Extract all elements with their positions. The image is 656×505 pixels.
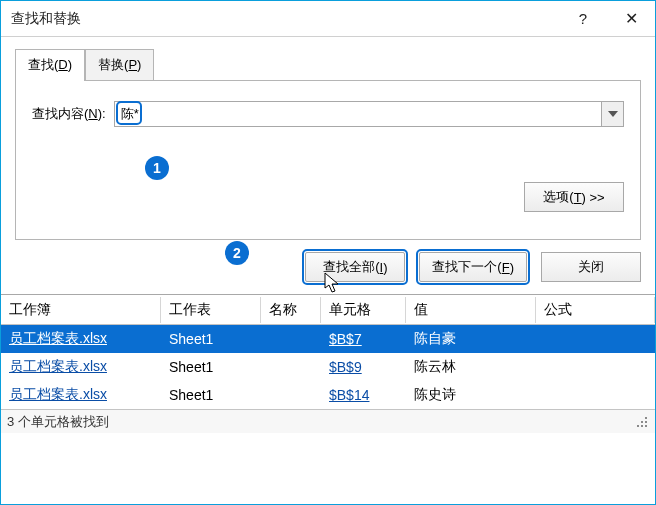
workbook-link[interactable]: 员工档案表.xlsx — [9, 330, 107, 346]
tab-find[interactable]: 查找(D) — [15, 49, 85, 81]
col-header-name[interactable]: 名称 — [261, 297, 321, 323]
cell-value: 陈史诗 — [406, 382, 536, 408]
cell-link[interactable]: $B$7 — [329, 331, 362, 347]
cell-link[interactable]: $B$9 — [329, 359, 362, 375]
workbook-link[interactable]: 员工档案表.xlsx — [9, 386, 107, 402]
svg-rect-4 — [641, 425, 643, 427]
cell-sheet: Sheet1 — [161, 327, 261, 351]
results-header-row: 工作簿 工作表 名称 单元格 值 公式 — [1, 295, 655, 325]
results-row[interactable]: 员工档案表.xlsxSheet1$B$14陈史诗 — [1, 381, 655, 409]
cell-workbook: 员工档案表.xlsx — [1, 382, 161, 408]
help-button[interactable]: ? — [559, 1, 607, 37]
close-window-button[interactable]: ✕ — [607, 1, 655, 37]
cell-name — [261, 391, 321, 399]
workbook-link[interactable]: 员工档案表.xlsx — [9, 358, 107, 374]
col-header-workbook[interactable]: 工作簿 — [1, 297, 161, 323]
status-bar: 3 个单元格被找到 — [1, 409, 655, 433]
tab-strip: 查找(D) 替换(P) — [15, 49, 641, 81]
results-row[interactable]: 员工档案表.xlsxSheet1$B$9陈云林 — [1, 353, 655, 381]
svg-rect-2 — [645, 421, 647, 423]
cell-formula — [536, 391, 655, 399]
cell-workbook: 员工档案表.xlsx — [1, 326, 161, 352]
svg-rect-1 — [641, 421, 643, 423]
search-input[interactable] — [114, 101, 624, 127]
results-body: 员工档案表.xlsxSheet1$B$7陈自豪员工档案表.xlsxSheet1$… — [1, 325, 655, 409]
cell-cell: $B$7 — [321, 327, 406, 351]
dialog-button-row: 2 查找全部(I) 查找下一个(F) 关闭 — [1, 240, 655, 294]
find-next-button[interactable]: 查找下一个(F) — [419, 252, 527, 282]
cell-cell: $B$14 — [321, 383, 406, 407]
chevron-down-icon — [608, 111, 618, 117]
cell-name — [261, 363, 321, 371]
status-text: 3 个单元格被找到 — [7, 413, 109, 431]
annotation-callout-1: 1 — [145, 156, 169, 180]
svg-rect-3 — [637, 425, 639, 427]
col-header-formula[interactable]: 公式 — [536, 297, 655, 323]
cell-formula — [536, 363, 655, 371]
col-header-cell[interactable]: 单元格 — [321, 297, 406, 323]
options-button[interactable]: 选项(T) >> — [524, 182, 624, 212]
annotation-callout-2: 2 — [225, 241, 249, 265]
tab-panel-find: 查找内容(N): 选项(T) >> — [15, 80, 641, 240]
cell-workbook: 员工档案表.xlsx — [1, 354, 161, 380]
cell-sheet: Sheet1 — [161, 383, 261, 407]
results-row[interactable]: 员工档案表.xlsxSheet1$B$7陈自豪 — [1, 325, 655, 353]
col-header-sheet[interactable]: 工作表 — [161, 297, 261, 323]
search-dropdown-button[interactable] — [601, 102, 623, 126]
cell-cell: $B$9 — [321, 355, 406, 379]
titlebar: 查找和替换 ? ✕ — [1, 1, 655, 37]
dialog-title: 查找和替换 — [11, 10, 559, 28]
resize-grip-icon[interactable] — [635, 415, 649, 429]
tab-replace[interactable]: 替换(P) — [85, 49, 154, 81]
search-label: 查找内容(N): — [32, 105, 106, 123]
svg-rect-0 — [645, 417, 647, 419]
close-button[interactable]: 关闭 — [541, 252, 641, 282]
cell-link[interactable]: $B$14 — [329, 387, 369, 403]
cell-name — [261, 335, 321, 343]
cell-sheet: Sheet1 — [161, 355, 261, 379]
cell-value: 陈自豪 — [406, 326, 536, 352]
col-header-value[interactable]: 值 — [406, 297, 536, 323]
svg-rect-5 — [645, 425, 647, 427]
cell-formula — [536, 335, 655, 343]
results-area: 工作簿 工作表 名称 单元格 值 公式 员工档案表.xlsxSheet1$B$7… — [1, 294, 655, 409]
cell-value: 陈云林 — [406, 354, 536, 380]
find-all-button[interactable]: 查找全部(I) — [305, 252, 405, 282]
